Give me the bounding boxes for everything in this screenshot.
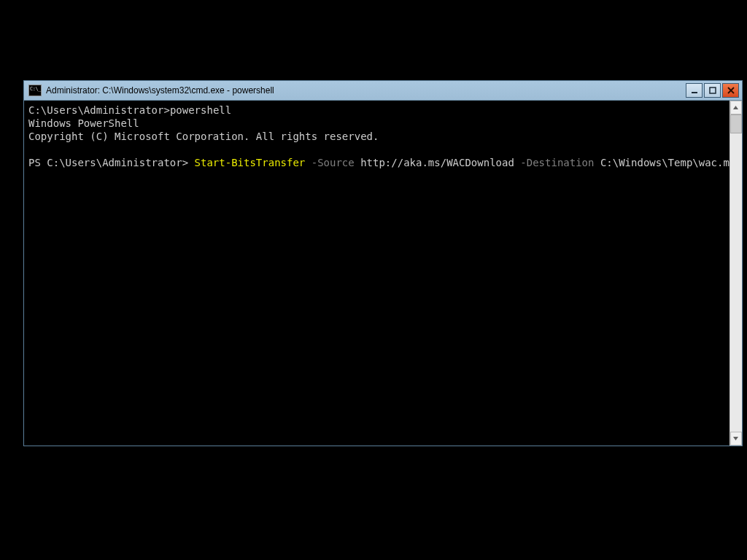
ps-arg: C:\Windows\Temp\wac.msi	[600, 157, 729, 168]
terminal-text: Copyright (C) Microsoft Corporation. All…	[28, 131, 379, 142]
ps-arg: http://aka.ms/WACDownload	[360, 157, 514, 168]
ps-prompt: PS C:\Users\Administrator>	[28, 157, 195, 168]
ps-param: -Destination	[514, 157, 600, 168]
ps-param: -Source	[305, 157, 360, 168]
maximize-button[interactable]	[704, 83, 721, 98]
minimize-button[interactable]	[686, 83, 703, 98]
scroll-thumb[interactable]	[730, 114, 743, 133]
client-area: C:\Users\Administrator>powershell Window…	[24, 101, 742, 446]
cmd-icon	[28, 85, 42, 96]
scroll-track[interactable]	[730, 114, 743, 432]
close-button[interactable]	[722, 83, 739, 98]
terminal-output[interactable]: C:\Users\Administrator>powershell Window…	[24, 101, 729, 446]
ps-cmdlet: Start-BitsTransfer	[195, 157, 306, 168]
scroll-down-button[interactable]	[730, 432, 743, 446]
svg-rect-0	[692, 92, 697, 93]
vertical-scrollbar[interactable]	[729, 101, 743, 446]
cmd-powershell-window: Administrator: C:\Windows\system32\cmd.e…	[23, 80, 743, 446]
window-title: Administrator: C:\Windows\system32\cmd.e…	[46, 85, 686, 96]
scroll-up-button[interactable]	[730, 101, 743, 114]
terminal-text: C:\Users\Administrator>	[28, 104, 170, 116]
terminal-text: Windows PowerShell	[28, 117, 139, 129]
titlebar[interactable]: Administrator: C:\Windows\system32\cmd.e…	[24, 81, 742, 101]
svg-rect-1	[710, 88, 716, 93]
window-controls	[686, 83, 739, 98]
terminal-text: powershell	[170, 104, 231, 116]
